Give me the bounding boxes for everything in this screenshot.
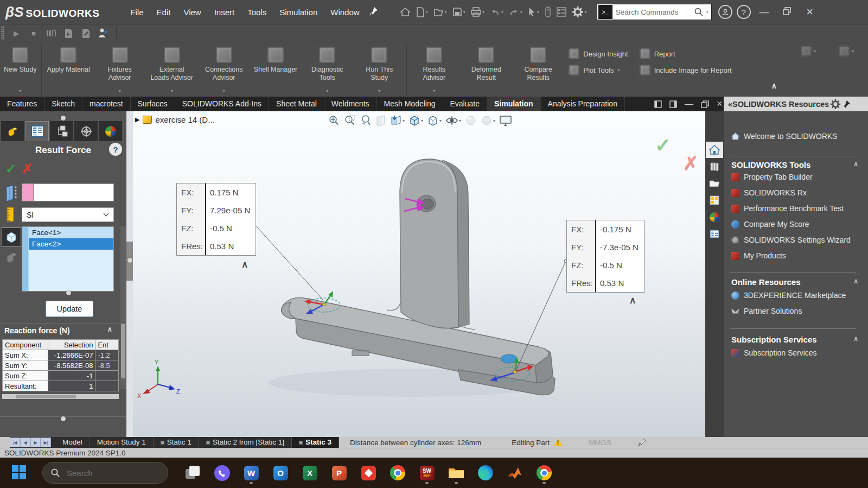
tab-static-1[interactable]: Static 1 — [154, 437, 199, 448]
doc-restore-icon[interactable] — [701, 100, 709, 108]
ribbon-connections-advisor[interactable]: Connections Advisor▾ — [198, 44, 250, 95]
menu-simulation[interactable]: Simulation — [273, 0, 324, 24]
ribbon-run-this-study[interactable]: Run This Study▾ — [353, 44, 405, 95]
link-solidworks-rx[interactable]: SOLIDWORKS Rx — [731, 188, 807, 197]
section-view-icon[interactable] — [374, 113, 387, 128]
link-my-products[interactable]: My Products — [731, 251, 786, 260]
section-collapse-icon[interactable]: ∧ — [853, 160, 858, 168]
pin-menu-icon[interactable] — [369, 7, 378, 17]
ribbon-compare-results[interactable]: Compare Results — [512, 44, 564, 95]
ribbon-plot-tools[interactable]: Plot Tools▾ — [569, 65, 628, 75]
panel-splitter-handle-2[interactable] — [66, 290, 71, 295]
update-button[interactable]: Update — [46, 301, 93, 317]
ribbon-apply-material[interactable]: Apply Material — [43, 44, 93, 95]
edit-appearance-icon[interactable] — [464, 113, 478, 128]
display-style-icon[interactable]: ▾ — [426, 113, 443, 128]
callout-color-swatch[interactable] — [22, 183, 34, 201]
zoom-fit-icon[interactable] — [327, 113, 341, 128]
tower[interactable] — [387, 159, 475, 329]
close-button[interactable]: × — [801, 5, 819, 19]
menu-window[interactable]: Window — [324, 0, 366, 24]
excel-icon[interactable]: X — [299, 462, 320, 484]
apply-scene-icon[interactable]: ▾ — [480, 113, 496, 128]
tab-model[interactable]: Model — [55, 437, 90, 448]
help-icon[interactable]: ? — [737, 5, 751, 19]
tab-configurationmanager[interactable] — [50, 121, 73, 141]
chrome-icon-2[interactable] — [534, 462, 554, 484]
redo-button[interactable]: ▾ — [507, 6, 525, 18]
start-button[interactable] — [12, 465, 27, 480]
confirm-accept-icon[interactable]: ✓ — [655, 134, 671, 157]
run-macro-icon[interactable]: ▶ — [9, 27, 23, 40]
open-document-button[interactable]: ▾ — [431, 5, 449, 18]
section-collapse-icon[interactable]: ∧ — [853, 277, 858, 285]
ribbon-overflow-tools[interactable]: ▾ — [801, 46, 816, 56]
result-force-callout-right[interactable]: FX:-0.175 N FY:-7.3e-05 N FZ:-0.5 N FRes… — [566, 220, 644, 293]
table-horizontal-scrollbar[interactable] — [2, 394, 119, 399]
task-view-button[interactable] — [182, 462, 203, 484]
warning-icon[interactable] — [554, 439, 563, 446]
solidworks-app-icon[interactable]: SW2024 — [417, 462, 437, 484]
word-icon[interactable]: W — [241, 462, 261, 484]
restore-button[interactable] — [778, 7, 796, 18]
ribbon-collapse-chevron[interactable]: ∧ — [771, 81, 777, 90]
tab-appearances-scenes[interactable] — [706, 209, 723, 225]
scrollbar-thumb[interactable] — [16, 395, 76, 398]
callout-value-field[interactable] — [34, 183, 114, 201]
panel-splitter-handle-3[interactable] — [61, 416, 66, 421]
result-force-callout-left[interactable]: FX:0.175 N FY:7.29e-05 N FZ:-0.5 N FRes:… — [176, 183, 256, 256]
ribbon-overflow-tools-2[interactable]: ▾ — [839, 46, 854, 56]
list-item-face1[interactable]: Face<1> — [29, 227, 113, 238]
ribbon-report[interactable]: Report — [640, 48, 732, 59]
unit-system-select[interactable]: SI — [22, 207, 114, 222]
panel-scrollbar[interactable] — [120, 226, 126, 389]
taskbar-search[interactable] — [42, 462, 168, 484]
toolbar-drag-handle[interactable] — [1, 26, 4, 40]
link-compare-my-score[interactable]: Compare My Score — [731, 220, 809, 229]
stop-macro-icon[interactable]: ■ — [27, 27, 41, 40]
save-button[interactable]: ▾ — [450, 5, 468, 18]
zoom-area-icon[interactable] — [343, 113, 357, 128]
outlook-icon[interactable]: O — [270, 462, 291, 484]
ribbon-new-study[interactable]: New Study▾ — [0, 44, 40, 95]
prev-tab-button[interactable]: ◀ — [20, 438, 30, 447]
tab-custom-properties[interactable] — [706, 226, 723, 242]
callout-collapse-icon[interactable]: ∧ — [629, 295, 636, 306]
user-macro-icon[interactable] — [96, 27, 110, 40]
tab-mesh-modeling[interactable]: Mesh Modeling — [377, 97, 443, 111]
minimize-button[interactable]: — — [755, 7, 774, 18]
record-macro-icon[interactable] — [61, 27, 75, 40]
tab-sheet-metal[interactable]: Sheet Metal — [269, 97, 324, 111]
taskpane-pin-icon[interactable] — [842, 100, 851, 109]
matlab-icon[interactable] — [505, 462, 525, 484]
first-tab-button[interactable]: |◀ — [10, 438, 20, 447]
tab-simulation[interactable]: Simulation — [487, 97, 541, 111]
tile-right-icon[interactable] — [669, 100, 677, 108]
panel-splitter-handle[interactable] — [61, 116, 66, 121]
list-item-face2[interactable]: Face<2> — [29, 238, 113, 250]
tile-left-icon[interactable] — [654, 100, 662, 108]
viber-icon[interactable] — [212, 462, 232, 484]
ribbon-design-insight[interactable]: Design Insight — [569, 48, 628, 59]
options-list-icon[interactable] — [554, 5, 569, 18]
pause-macro-icon[interactable] — [44, 27, 58, 40]
view-orientation-icon[interactable]: ▾ — [407, 113, 424, 128]
panel-viewport-splitter[interactable] — [126, 111, 133, 437]
menu-edit[interactable]: Edit — [150, 0, 177, 24]
menu-insert[interactable]: Insert — [208, 0, 241, 24]
tab-static-2[interactable]: Static 2 from [Static 1] — [199, 437, 292, 448]
print-button[interactable]: ▾ — [469, 5, 487, 18]
faces-selection-list[interactable]: Face<1> Face<2> — [22, 226, 114, 291]
undo-button[interactable]: ▾ — [488, 6, 506, 18]
red-diamond-app-icon[interactable] — [358, 462, 379, 484]
taskpane-gear-icon[interactable] — [830, 99, 841, 110]
settings-gear-button[interactable]: ▾ — [570, 4, 589, 20]
link-property-tab-builder[interactable]: Property Tab Builder — [731, 173, 813, 181]
pm-cancel-button[interactable]: ✗ — [22, 161, 33, 176]
tab-static-3[interactable]: Static 3 — [292, 437, 339, 448]
ribbon-include-image-for-report[interactable]: Include Image for Report — [640, 65, 732, 75]
command-search[interactable]: >_ ▾ — [597, 4, 712, 20]
doc-minimize-icon[interactable]: — — [685, 99, 693, 109]
menu-view[interactable]: View — [177, 0, 207, 24]
callout-collapse-icon[interactable]: ∧ — [241, 259, 248, 270]
